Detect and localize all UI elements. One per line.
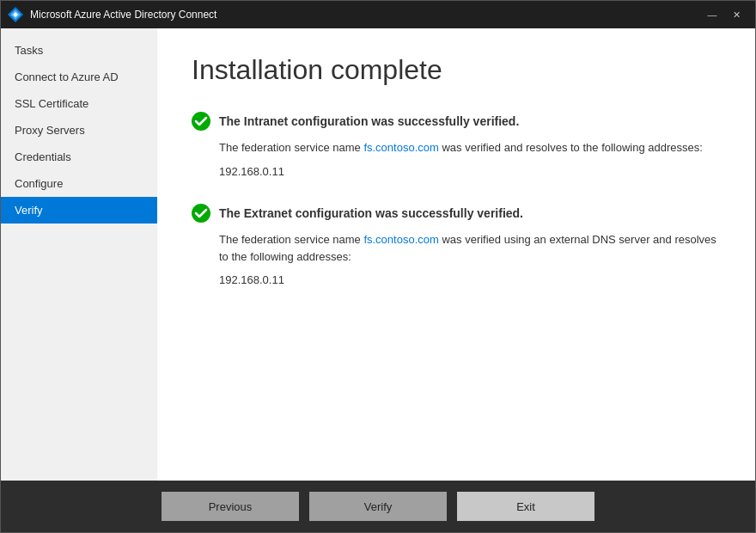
content-scroll: Installation complete The Intranet confi… [157,28,755,481]
sidebar-item-tasks[interactable]: Tasks [1,37,157,64]
main-container: Tasks Connect to Azure AD SSL Certificat… [1,28,755,481]
close-button[interactable]: ✕ [724,6,748,23]
minimize-button[interactable]: — [700,6,724,23]
extranet-verification-body: The federation service name fs.contoso.c… [192,231,721,289]
intranet-desc-after: was verified and resolves to the followi… [439,141,703,154]
page-title: Installation complete [192,54,721,86]
sidebar-item-proxy-servers[interactable]: Proxy Servers [1,117,157,144]
extranet-verification-title: The Extranet configuration was successfu… [219,206,523,220]
sidebar-item-connect-azure-ad[interactable]: Connect to Azure AD [1,64,157,90]
sidebar: Tasks Connect to Azure AD SSL Certificat… [1,28,157,481]
intranet-verification-block: The Intranet configuration was successfu… [192,112,721,180]
sidebar-item-ssl-certificate[interactable]: SSL Certificate [1,90,157,117]
footer: Previous Verify Exit [1,481,755,532]
intranet-check-icon [192,112,210,131]
sidebar-item-configure[interactable]: Configure [1,170,157,197]
intranet-verification-title: The Intranet configuration was successfu… [219,114,519,128]
svg-point-3 [192,112,210,131]
sidebar-item-credentials[interactable]: Credentials [1,144,157,170]
extranet-link[interactable]: fs.contoso.com [363,233,438,246]
intranet-ip: 192.168.0.11 [219,163,721,181]
intranet-desc-before: The federation service name [219,141,363,154]
window-controls: — ✕ [700,6,748,23]
verify-button[interactable]: Verify [309,492,447,521]
intranet-link[interactable]: fs.contoso.com [363,141,438,154]
exit-button[interactable]: Exit [457,492,594,521]
content-area: Installation complete The Intranet confi… [157,28,755,481]
app-icon [8,7,23,22]
sidebar-item-verify[interactable]: Verify [1,197,157,224]
intranet-verification-body: The federation service name fs.contoso.c… [192,139,721,180]
application-window: Microsoft Azure Active Directory Connect… [0,0,756,533]
extranet-verification-header: The Extranet configuration was successfu… [192,204,721,223]
previous-button[interactable]: Previous [162,492,299,521]
extranet-ip: 192.168.0.11 [219,272,721,289]
extranet-desc-before: The federation service name [219,233,363,246]
extranet-check-icon [192,204,210,223]
svg-point-4 [192,204,210,223]
window-title: Microsoft Azure Active Directory Connect [30,9,700,21]
intranet-verification-header: The Intranet configuration was successfu… [192,112,721,131]
titlebar: Microsoft Azure Active Directory Connect… [1,1,755,28]
extranet-verification-block: The Extranet configuration was successfu… [192,204,721,289]
